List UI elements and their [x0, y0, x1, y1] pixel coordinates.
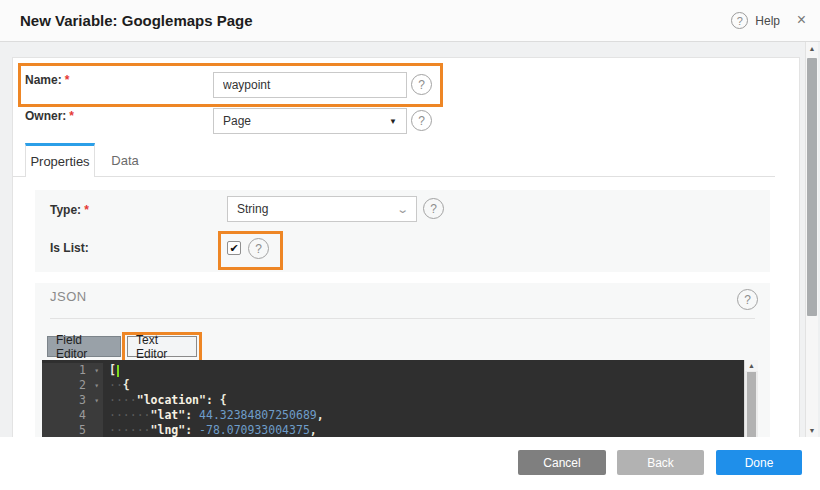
is-list-help-icon[interactable]: ?	[248, 238, 269, 259]
code-text: ······"lng": -78.070933004375,	[103, 423, 317, 437]
type-help-icon[interactable]: ?	[423, 198, 444, 219]
line-number: 1▾	[42, 363, 103, 378]
tab-data-label: Data	[111, 153, 138, 168]
done-button[interactable]: Done	[716, 450, 802, 475]
owner-select-caret-icon: ▼	[389, 117, 397, 126]
page-scrollbar[interactable]: ▲ ▼	[805, 42, 818, 437]
owner-select-value: Page	[223, 114, 251, 128]
json-code-editor[interactable]: 1▾[2▾··{3▾····"location": {4······"lat":…	[42, 360, 744, 437]
owner-label: Owner:*	[25, 109, 74, 123]
tab-properties-label: Properties	[30, 154, 89, 169]
dialog-title: New Variable: Googlemaps Page	[20, 12, 253, 29]
type-label: Type:*	[50, 203, 89, 217]
name-label: Name:*	[25, 73, 69, 87]
editor-scroll-up-icon[interactable]: ▲	[745, 360, 758, 371]
page-scroll-up-icon[interactable]: ▲	[806, 42, 818, 55]
fold-caret-icon[interactable]: ▾	[89, 363, 99, 378]
name-input[interactable]	[213, 72, 407, 98]
tab-data[interactable]: Data	[95, 143, 155, 177]
code-lines: 1▾[2▾··{3▾····"location": {4······"lat":…	[42, 363, 744, 437]
name-help-icon[interactable]: ?	[411, 74, 432, 95]
fold-caret-icon[interactable]: ▾	[89, 393, 99, 408]
line-number: 4	[42, 408, 103, 423]
type-select-chevron-icon: ⌄	[396, 203, 409, 216]
code-text: ····"location": {	[103, 393, 227, 408]
fold-caret-icon[interactable]: ▾	[89, 378, 99, 393]
is-list-checkbox[interactable]: ✔	[227, 241, 241, 255]
code-line[interactable]: 3▾····"location": {	[42, 393, 744, 408]
close-icon[interactable]: ×	[797, 11, 806, 29]
type-select-value: String	[237, 202, 268, 216]
tab-properties[interactable]: Properties	[25, 143, 95, 177]
type-required-asterisk: *	[84, 203, 89, 217]
new-variable-dialog: New Variable: Googlemaps Page ? Help × N…	[0, 0, 820, 490]
code-line[interactable]: 5······"lng": -78.070933004375,	[42, 423, 744, 437]
json-help-icon[interactable]: ?	[737, 289, 758, 310]
dialog-header: New Variable: Googlemaps Page ? Help ×	[0, 0, 820, 42]
type-label-text: Type:	[50, 203, 81, 217]
help-icon[interactable]: ?	[731, 12, 748, 29]
name-required-asterisk: *	[65, 73, 70, 87]
help-link[interactable]: ? Help	[731, 12, 780, 29]
owner-select[interactable]: Page ▼	[213, 108, 407, 134]
code-text: ··{	[103, 378, 130, 393]
line-number: 5	[42, 423, 103, 437]
dialog-footer: Cancel Back Done	[0, 437, 820, 490]
field-editor-button-label: Field Editor	[56, 333, 112, 361]
json-section-title: JSON	[50, 289, 87, 304]
type-select[interactable]: String ⌄	[227, 196, 417, 222]
cancel-button[interactable]: Cancel	[518, 450, 606, 475]
code-line[interactable]: 2▾··{	[42, 378, 744, 393]
page-scrollbar-thumb[interactable]	[807, 58, 817, 316]
json-divider	[50, 318, 755, 319]
page-scroll-down-icon[interactable]: ▼	[806, 424, 818, 437]
line-number: 3▾	[42, 393, 103, 408]
code-line[interactable]: 4······"lat": 44.32384807250689,	[42, 408, 744, 423]
is-list-label: Is List:	[50, 241, 89, 255]
code-text: ······"lat": 44.32384807250689,	[103, 408, 324, 423]
help-label[interactable]: Help	[755, 14, 780, 28]
owner-required-asterisk: *	[69, 109, 74, 123]
name-label-text: Name:	[25, 73, 62, 87]
code-text: [	[103, 363, 119, 378]
field-editor-button[interactable]: Field Editor	[47, 336, 121, 357]
owner-help-icon[interactable]: ?	[411, 110, 432, 131]
text-cursor	[117, 365, 119, 377]
code-line[interactable]: 1▾[	[42, 363, 744, 378]
dialog-body: Name:* ? Owner:* Page ▼ ? Properties Dat…	[0, 42, 805, 437]
line-number: 2▾	[42, 378, 103, 393]
text-editor-button[interactable]: Text Editor	[127, 336, 197, 357]
text-editor-button-label: Text Editor	[136, 333, 188, 361]
editor-scrollbar[interactable]: ▲	[744, 360, 758, 437]
back-button[interactable]: Back	[617, 450, 704, 475]
editor-scrollbar-thumb[interactable]	[747, 372, 756, 437]
owner-label-text: Owner:	[25, 109, 66, 123]
